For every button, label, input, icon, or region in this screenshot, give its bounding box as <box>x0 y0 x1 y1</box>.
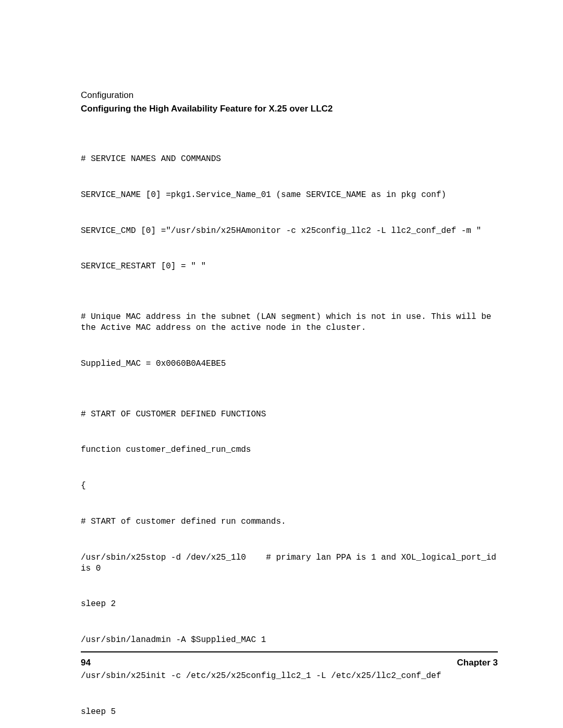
code-line: Supplied_MAC = 0x0060B0A4EBE5 <box>81 359 498 369</box>
footer-row: 94 Chapter 3 <box>81 658 498 668</box>
code-line: SERVICE_NAME [0] =pkg1.Service_Name_01 (… <box>81 190 498 201</box>
footer-rule <box>81 651 498 652</box>
code-line: # START of customer defined run commands… <box>81 516 498 527</box>
code-line: # Unique MAC address in the subnet (LAN … <box>81 312 498 334</box>
code-line: { <box>81 480 498 491</box>
code-line: SERVICE_RESTART [0] = " " <box>81 261 498 272</box>
code-line: /usr/sbin/x25stop -d /dev/x25_1l0 # prim… <box>81 552 498 574</box>
page-number: 94 <box>81 658 91 668</box>
code-line: # START OF CUSTOMER DEFINED FUNCTIONS <box>81 409 498 420</box>
page-footer: 94 Chapter 3 <box>81 651 498 668</box>
code-line: function customer_defined_run_cmds <box>81 445 498 455</box>
code-line: SERVICE_CMD [0] ="/usr/sbin/x25HAmonitor… <box>81 226 498 237</box>
page-header: Configuration Configuring the High Avail… <box>81 89 498 115</box>
code-line: sleep 5 <box>81 707 498 718</box>
code-line: # SERVICE NAMES AND COMMANDS <box>81 154 498 165</box>
code-line: /usr/sbin/lanadmin -A $Supplied_MAC 1 <box>81 635 498 646</box>
code-line: /usr/sbin/x25init -c /etc/x25/x25config_… <box>81 671 498 682</box>
header-title: Configuring the High Availability Featur… <box>81 102 498 116</box>
code-listing: # SERVICE NAMES AND COMMANDS SERVICE_NAM… <box>81 135 498 728</box>
code-line: sleep 2 <box>81 599 498 610</box>
chapter-label: Chapter 3 <box>457 658 498 668</box>
header-section-label: Configuration <box>81 89 498 102</box>
page: Configuration Configuring the High Avail… <box>0 0 563 728</box>
